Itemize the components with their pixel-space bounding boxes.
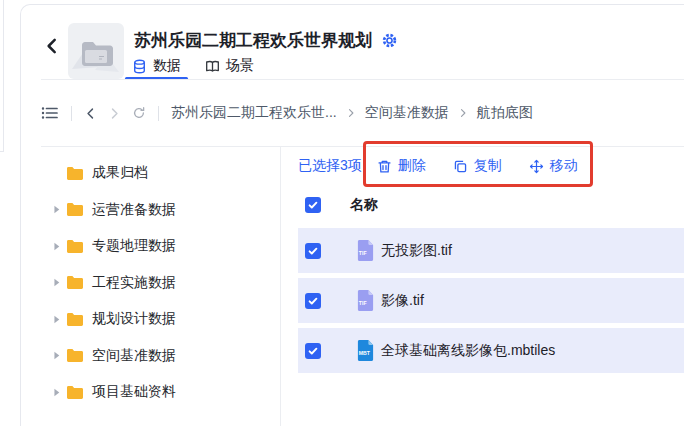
trash-icon [377, 159, 392, 174]
divider [158, 106, 159, 121]
project-card: 苏州乐园二期工程欢乐世界规划 数据 场景 苏州乐园二期工程欢乐世...空间基准数… [20, 4, 684, 426]
select-all-checkbox[interactable] [305, 197, 321, 213]
chevron-right-icon[interactable] [108, 107, 121, 120]
breadcrumb-item[interactable]: 空间基准数据 [365, 104, 449, 122]
selection-toolbar: 已选择3项 删除 复制 移动 [298, 153, 578, 179]
tab-data[interactable]: 数据 [132, 53, 181, 79]
selection-count-label: 已选择3项 [298, 157, 362, 175]
row-checkbox[interactable] [305, 293, 321, 309]
name-column-header: 名称 [350, 196, 378, 214]
file-rows: TIF 无投影图.tif TIF 影像.tif MBT 全球基础离线影像包.mb… [298, 228, 684, 378]
mbt-file-icon: MBT [356, 339, 375, 362]
expand-caret-icon[interactable] [51, 314, 62, 325]
folder-icon [66, 275, 84, 290]
row-checkbox[interactable] [305, 343, 321, 359]
tab-label: 场景 [226, 57, 254, 75]
folder-label: 项目基础资料 [92, 383, 176, 401]
breadcrumb-item[interactable]: 苏州乐园二期工程欢乐世... [171, 104, 337, 122]
tab-bar: 数据 场景 [132, 53, 254, 79]
tif-file-icon: TIF [356, 289, 375, 312]
scene-book-icon [205, 59, 220, 74]
expand-caret-icon[interactable] [51, 204, 62, 215]
sidebar-folder-item[interactable]: 空间基准数据 [21, 338, 280, 375]
database-icon [132, 59, 147, 74]
copy-icon [453, 159, 468, 174]
folder-label: 空间基准数据 [92, 347, 176, 365]
breadcrumb-bar: 苏州乐园二期工程欢乐世...空间基准数据航拍底图 [21, 80, 684, 146]
folder-label: 成果归档 [92, 164, 148, 182]
toolbar-actions: 删除 复制 移动 [377, 157, 578, 175]
expand-caret-icon[interactable] [51, 387, 62, 398]
file-row[interactable]: TIF 影像.tif [298, 278, 684, 323]
tif-file-icon: TIF [356, 239, 375, 262]
sidebar-folder-item[interactable]: 运营准备数据 [21, 192, 280, 229]
folder-label: 规划设计数据 [92, 310, 176, 328]
file-row[interactable]: MBT 全球基础离线影像包.mbtiles [298, 328, 684, 373]
folder-label: 专题地理数据 [92, 237, 176, 255]
folder-label: 运营准备数据 [92, 201, 176, 219]
file-name: 无投影图.tif [381, 242, 452, 260]
refresh-icon[interactable] [132, 106, 146, 120]
collapsed-panel-edge [0, 0, 4, 152]
svg-text:TIF: TIF [359, 300, 367, 306]
sidebar-folder-item[interactable]: 专题地理数据 [21, 228, 280, 265]
menu-list-icon[interactable] [41, 105, 59, 121]
file-row[interactable]: TIF 无投影图.tif [298, 228, 684, 273]
chevron-left-icon[interactable] [84, 107, 97, 120]
sidebar-folder-item[interactable]: 工程实施数据 [21, 265, 280, 302]
svg-text:TIF: TIF [359, 250, 367, 256]
breadcrumb-separator-icon [346, 108, 356, 118]
folder-label: 工程实施数据 [92, 274, 176, 292]
svg-text:MBT: MBT [359, 350, 371, 356]
folder-tree-sidebar: 成果归档 运营准备数据 专题地理数据 工程实施数据 规划设计数据 空间基准数据 … [21, 147, 281, 426]
row-checkbox[interactable] [305, 243, 321, 259]
breadcrumb-separator-icon [458, 108, 468, 118]
file-name: 影像.tif [381, 292, 424, 310]
toolbar-action-button[interactable]: 移动 [529, 157, 578, 175]
table-header-row: 名称 [281, 189, 684, 221]
expand-caret-icon[interactable] [51, 350, 62, 361]
sidebar-folder-item[interactable]: 规划设计数据 [21, 301, 280, 338]
tab-label: 数据 [153, 57, 181, 75]
divider [71, 106, 72, 121]
folder-icon [66, 202, 84, 217]
move-icon [529, 159, 544, 174]
toolbar-action-button[interactable]: 删除 [377, 157, 426, 175]
expand-caret-icon[interactable] [51, 277, 62, 288]
folder-icon [66, 312, 84, 327]
folder-icon [66, 239, 84, 254]
expand-caret-icon[interactable] [51, 241, 62, 252]
toolbar-action-button[interactable]: 复制 [453, 157, 502, 175]
project-thumbnail [68, 23, 124, 79]
sidebar-folder-item[interactable]: 项目基础资料 [21, 374, 280, 411]
sidebar-folder-item[interactable]: 成果归档 [21, 155, 280, 192]
back-button[interactable] [43, 37, 61, 55]
file-list-panel: 已选择3项 删除 复制 移动 名称 TIF 无投影图.tif TIF 影像.ti… [281, 147, 684, 426]
folder-icon [66, 348, 84, 363]
breadcrumb: 苏州乐园二期工程欢乐世...空间基准数据航拍底图 [171, 104, 533, 122]
breadcrumb-item[interactable]: 航拍底图 [477, 104, 533, 122]
file-name: 全球基础离线影像包.mbtiles [381, 342, 555, 360]
folder-icon [66, 385, 84, 400]
page-title: 苏州乐园二期工程欢乐世界规划 [134, 29, 372, 52]
folder-icon [66, 166, 84, 181]
tab-scene[interactable]: 场景 [205, 53, 254, 79]
gear-icon[interactable] [381, 32, 398, 49]
